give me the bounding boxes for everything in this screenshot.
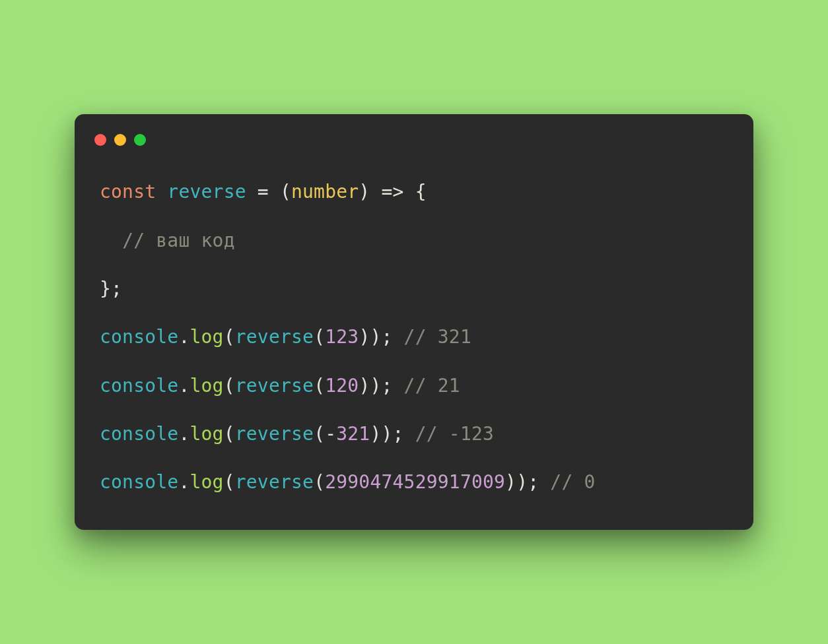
punct: ( xyxy=(224,326,235,348)
fn-reverse: reverse xyxy=(235,471,314,493)
comment: // 21 xyxy=(404,375,460,397)
punct: . xyxy=(178,471,190,493)
punct: )); xyxy=(505,471,550,493)
maximize-icon[interactable] xyxy=(134,134,146,146)
comment: // -123 xyxy=(415,423,494,445)
keyword-const: const xyxy=(100,181,156,203)
code-line-2: // ваш код xyxy=(100,226,728,255)
punct: ( xyxy=(314,326,325,348)
punct: ( xyxy=(224,375,235,397)
punct: )); xyxy=(370,423,415,445)
function-name: reverse xyxy=(167,181,246,203)
punct: ( xyxy=(314,471,325,493)
punct: ( xyxy=(314,423,325,445)
indent xyxy=(100,230,122,251)
punct: )); xyxy=(359,375,403,397)
close-icon[interactable] xyxy=(94,134,106,146)
fn-reverse: reverse xyxy=(235,423,314,445)
operator-minus: - xyxy=(325,423,336,445)
object-console: console xyxy=(100,375,178,397)
object-console: console xyxy=(100,423,178,445)
punct: )); xyxy=(359,326,403,348)
number-literal: 321 xyxy=(336,423,370,445)
method-log: log xyxy=(190,423,223,445)
punct: ( xyxy=(314,375,325,397)
fn-reverse: reverse xyxy=(235,375,314,397)
punct: ) => { xyxy=(359,181,426,203)
titlebar xyxy=(75,134,753,164)
number-literal: 120 xyxy=(325,375,359,397)
minimize-icon[interactable] xyxy=(114,134,126,146)
method-log: log xyxy=(190,471,223,493)
object-console: console xyxy=(100,326,178,348)
punct: . xyxy=(178,375,190,397)
comment: // 321 xyxy=(404,326,471,348)
code-window: const reverse = (number) => { // ваш код… xyxy=(75,114,753,530)
code-line-6: console.log(reverse(120)); // 21 xyxy=(100,371,728,400)
code-line-8: console.log(reverse(2990474529917009)); … xyxy=(100,468,728,496)
punct: . xyxy=(178,423,190,445)
fn-reverse: reverse xyxy=(235,326,314,348)
param-number: number xyxy=(291,181,359,203)
punct: ( xyxy=(224,471,235,493)
code-line-3: }; xyxy=(100,274,728,303)
code-line-7: console.log(reverse(-321)); // -123 xyxy=(100,420,728,448)
comment: // 0 xyxy=(550,471,595,493)
punct: }; xyxy=(100,278,122,300)
method-log: log xyxy=(190,326,223,348)
punct: = ( xyxy=(246,181,291,203)
code-block: const reverse = (number) => { // ваш код… xyxy=(75,164,753,497)
code-line-1: const reverse = (number) => { xyxy=(100,177,728,206)
method-log: log xyxy=(190,375,223,397)
object-console: console xyxy=(100,471,178,493)
punct: . xyxy=(178,326,190,348)
number-literal: 2990474529917009 xyxy=(325,471,505,493)
number-literal: 123 xyxy=(325,326,359,348)
punct: ( xyxy=(224,423,235,445)
code-line-5: console.log(reverse(123)); // 321 xyxy=(100,323,728,351)
comment: // ваш код xyxy=(122,230,235,251)
